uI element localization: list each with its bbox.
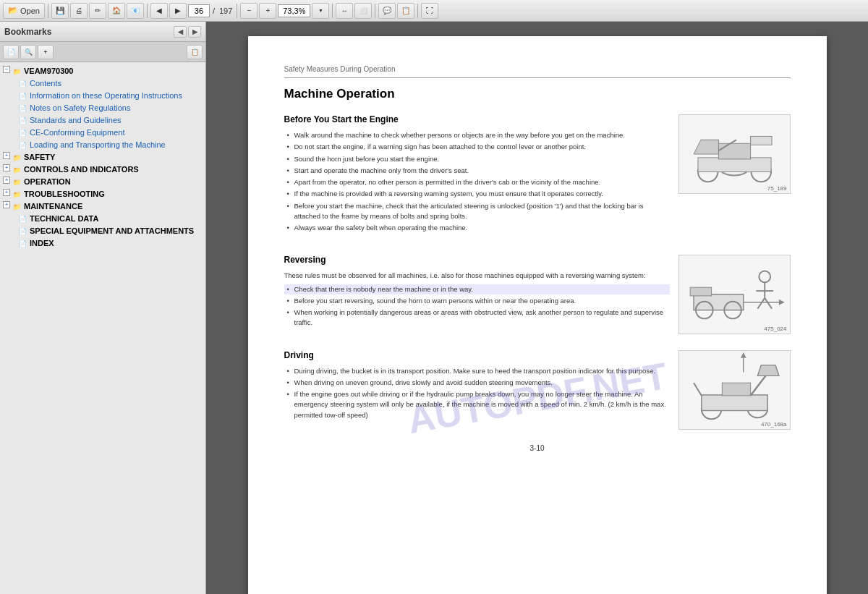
edit-button[interactable]: ✏ — [89, 3, 106, 19]
tree-root[interactable]: − 📁 VEAM970300 — [0, 65, 205, 77]
page-input[interactable]: 36 — [188, 4, 210, 17]
section-driving: Driving During driving, the bucket is in… — [284, 350, 791, 430]
zoom-in-button[interactable]: + — [259, 3, 276, 19]
sidebar-tab-add[interactable]: + — [38, 45, 54, 59]
troubleshooting-expand-icon[interactable]: + — [3, 189, 10, 196]
comment-button[interactable]: 💬 — [378, 3, 396, 19]
special-doc-icon: 📄 — [17, 226, 27, 237]
safety-folder-icon: 📁 — [12, 153, 22, 163]
info-doc-icon: 📄 — [17, 91, 27, 101]
sidebar-collapse-button[interactable]: 📋 — [187, 45, 203, 59]
operation-folder-icon: 📁 — [12, 177, 22, 187]
sidebar-item-safety[interactable]: + 📁 SAFETY — [0, 151, 205, 164]
maintenance-label: MAINTENANCE — [24, 201, 205, 211]
separator-4 — [332, 4, 333, 18]
sidebar-item-standards[interactable]: 📄 Standards and Guidelines — [0, 114, 205, 127]
fit-page-button[interactable]: ⬜ — [354, 3, 372, 19]
section-driving-bullets: During driving, the bucket is in its tra… — [284, 366, 670, 420]
index-label: INDEX — [30, 238, 205, 248]
next-page-button[interactable]: ▶ — [169, 3, 187, 19]
zoom-out-button[interactable]: − — [240, 3, 258, 19]
sidebar-item-info-operating[interactable]: 📄 Information on these Operating Instruc… — [0, 90, 205, 102]
notes-doc-icon: 📄 — [17, 103, 27, 114]
email-button[interactable]: 📧 — [127, 3, 144, 19]
print-button[interactable]: 🖨 — [70, 3, 88, 19]
root-expand-icon[interactable]: − — [3, 66, 10, 73]
sidebar-item-contents[interactable]: 📄 Contents — [0, 77, 205, 90]
section-before-start-bullets: Walk around the machine to check whether… — [284, 130, 670, 233]
sidebar-tab-bookmarks[interactable]: 📄 — [3, 45, 19, 59]
technical-label: TECHNICAL DATA — [30, 213, 205, 224]
sidebar-tab-search[interactable]: 🔍 — [20, 45, 36, 59]
reversing-bullet-1: Check that there is nobody near the mach… — [284, 284, 670, 294]
save-button[interactable]: 💾 — [51, 3, 69, 19]
sidebar-item-ce[interactable]: 📄 CE-Conforming Equipment — [0, 127, 205, 139]
figure-3-label: 470_168a — [761, 421, 787, 428]
sidebar: Bookmarks ◀ ▶ 📄 🔍 + 📋 − 📁 VEAM970300 � — [0, 22, 206, 594]
sidebar-item-special[interactable]: 📄 SPECIAL EQUIPMENT AND ATTACHMENTS — [0, 225, 205, 237]
ce-doc-icon: 📄 — [17, 128, 27, 138]
operation-label: OPERATION — [24, 177, 205, 187]
driving-bullet-2: When driving on uneven ground, drive slo… — [284, 378, 670, 388]
fit-width-button[interactable]: ↔ — [336, 3, 353, 19]
bullet-8: Always wear the safety belt when operati… — [284, 223, 670, 233]
zoom-dropdown-button[interactable]: ▼ — [312, 3, 329, 19]
sidebar-prev-button[interactable]: ◀ — [174, 26, 187, 38]
separator-3 — [237, 4, 237, 18]
toolbar: 📂 Open 💾 🖨 ✏ 🏠 📧 ◀ ▶ 36 / 197 − + ▼ ↔ ⬜ … — [0, 0, 868, 22]
sidebar-item-notes-safety[interactable]: 📄 Notes on Safety Regulations — [0, 102, 205, 114]
prev-page-button[interactable]: ◀ — [150, 3, 168, 19]
sidebar-item-maintenance[interactable]: + 📁 MAINTENANCE — [0, 200, 205, 213]
figure-2-label: 475_024 — [764, 326, 786, 332]
sidebar-item-index[interactable]: 📄 INDEX — [0, 237, 205, 250]
sidebar-next-button[interactable]: ▶ — [188, 26, 201, 38]
open-icon: 📂 — [8, 6, 18, 15]
pdf-page: AUTOPDF.NET Safety Measures During Opera… — [248, 36, 827, 594]
pdf-page-number: 3-10 — [284, 444, 791, 452]
page-separator: / — [213, 7, 215, 15]
driving-bullet-1: During driving, the bucket is in its tra… — [284, 366, 670, 376]
home-button[interactable]: 🏠 — [108, 3, 125, 19]
sidebar-item-controls[interactable]: + 📁 CONTROLS AND INDICATORS — [0, 164, 205, 176]
sidebar-item-operation[interactable]: + 📁 OPERATION — [0, 176, 205, 188]
reversing-bullet-2: Before you start reversing, sound the ho… — [284, 296, 670, 306]
section-before-start-text: Before You Start the Engine Walk around … — [284, 114, 670, 240]
maintenance-expand-icon[interactable]: + — [3, 201, 10, 208]
svg-rect-9 — [750, 136, 771, 145]
safety-expand-icon[interactable]: + — [3, 152, 10, 159]
figure-before-start: 75_189 — [678, 114, 791, 194]
section-reversing-intro: These rules must be observed for all mac… — [284, 271, 670, 281]
open-button[interactable]: 📂 Open — [3, 3, 45, 19]
controls-expand-icon[interactable]: + — [3, 164, 10, 171]
section-reversing-text: Reversing These rules must be observed f… — [284, 255, 670, 335]
troubleshooting-folder-icon: 📁 — [12, 190, 22, 200]
maintenance-folder-icon: 📁 — [12, 202, 22, 212]
figure-driving: 470_168a — [678, 350, 791, 430]
figure-reversing: 475_024 — [678, 255, 791, 334]
reversing-bullet-3: When working in potentially dangerous ar… — [284, 307, 670, 328]
sidebar-item-troubleshooting[interactable]: + 📁 TROUBLESHOOTING — [0, 188, 205, 200]
controls-folder-icon: 📁 — [12, 165, 22, 175]
bullet-5: Apart from the operator, no other person… — [284, 177, 670, 187]
separator-2 — [147, 4, 148, 18]
info-operating-label: Information on these Operating Instructi… — [30, 90, 205, 101]
sidebar-item-technical[interactable]: 📄 TECHNICAL DATA — [0, 213, 205, 225]
root-doc-icon: 📁 — [12, 67, 22, 77]
contents-label: Contents — [30, 78, 205, 88]
svg-rect-5 — [718, 143, 750, 159]
bullet-4: Start and operate the machine only from … — [284, 166, 670, 176]
open-label: Open — [20, 7, 40, 15]
index-doc-icon: 📄 — [17, 239, 27, 249]
pdf-chapter-title: Machine Operation — [284, 87, 791, 101]
svg-marker-29 — [757, 365, 778, 376]
sidebar-header: Bookmarks ◀ ▶ — [0, 22, 205, 42]
fullscreen-button[interactable]: ⛶ — [421, 3, 438, 19]
stamp-button[interactable]: 📋 — [397, 3, 414, 19]
zoom-input[interactable] — [278, 4, 310, 17]
loading-label: Loading and Transporting the Machine — [30, 140, 205, 150]
sidebar-item-loading[interactable]: 📄 Loading and Transporting the Machine — [0, 139, 205, 151]
operation-expand-icon[interactable]: + — [3, 177, 10, 184]
pdf-viewer[interactable]: AUTOPDF.NET Safety Measures During Opera… — [206, 22, 868, 594]
section-reversing: Reversing These rules must be observed f… — [284, 255, 791, 335]
technical-doc-icon: 📄 — [17, 214, 27, 224]
